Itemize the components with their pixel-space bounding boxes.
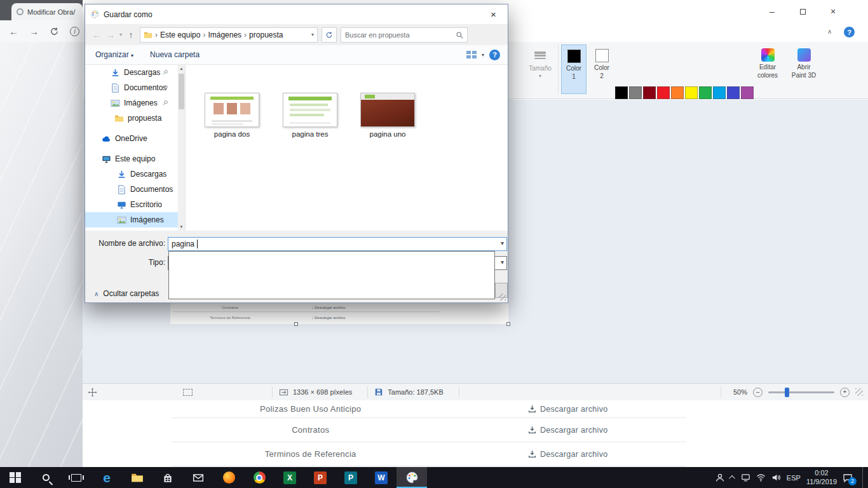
palette-color[interactable] bbox=[699, 86, 712, 99]
palette-color[interactable] bbox=[615, 86, 628, 99]
file-item[interactable]: pagina tres bbox=[281, 93, 339, 138]
type-dropdown-icon[interactable]: ▾ bbox=[501, 259, 504, 266]
sidebar-item-escritorio[interactable]: Escritorio bbox=[85, 197, 178, 212]
scrollbar-thumb[interactable] bbox=[179, 74, 184, 109]
filename-input[interactable]: pagina ▾ bbox=[168, 237, 507, 251]
color2-button[interactable]: Color2 bbox=[589, 44, 614, 94]
zoom-in-button[interactable]: + bbox=[840, 388, 850, 397]
back-icon[interactable]: ← bbox=[92, 30, 102, 40]
volume-icon[interactable] bbox=[771, 473, 781, 482]
taskbar-word[interactable]: W bbox=[366, 467, 397, 488]
taskbar-store[interactable] bbox=[153, 467, 183, 488]
color1-button[interactable]: Color1 bbox=[561, 44, 587, 94]
sidebar-item-imagenes-pc[interactable]: Imágenes bbox=[85, 212, 178, 227]
size-button[interactable]: Tamaño ▾ bbox=[526, 44, 555, 94]
collapse-ribbon-icon[interactable]: ∧ bbox=[827, 28, 832, 35]
download-link[interactable]: Descargar archivo bbox=[449, 426, 686, 435]
dialog-titlebar[interactable]: Guardar como bbox=[85, 4, 508, 24]
open-paint3d-button[interactable]: AbrirPaint 3D bbox=[787, 44, 821, 94]
people-icon[interactable] bbox=[715, 473, 725, 483]
taskbar-mail[interactable] bbox=[183, 467, 214, 488]
window-resize-grip[interactable] bbox=[855, 388, 863, 396]
address-dropdown-icon[interactable]: ▾ bbox=[311, 32, 314, 37]
breadcrumb-item[interactable]: Imágenes bbox=[208, 30, 241, 39]
sidebar-item-descargas-pc[interactable]: Descargas bbox=[85, 166, 178, 182]
close-button[interactable]: × bbox=[822, 4, 844, 19]
browser-forward-icon[interactable]: → bbox=[29, 26, 39, 37]
change-view-icon[interactable] bbox=[466, 51, 477, 58]
file-item[interactable]: pagina dos bbox=[203, 93, 261, 138]
taskbar-powerpoint[interactable]: P bbox=[305, 467, 336, 488]
minimize-button[interactable]: – bbox=[761, 4, 783, 19]
taskbar-edge[interactable]: e bbox=[92, 467, 122, 488]
zoom-slider[interactable] bbox=[768, 391, 834, 393]
file-list[interactable]: pagina dos pagina tres pagina uno bbox=[185, 65, 508, 231]
history-dropdown-icon[interactable]: ▾ bbox=[119, 32, 122, 37]
hide-folders-button[interactable]: ∧ Ocultar carpetas bbox=[94, 289, 159, 298]
palette-color[interactable] bbox=[741, 86, 754, 99]
palette-color[interactable] bbox=[671, 86, 684, 99]
download-link[interactable]: Descargar archivo bbox=[449, 450, 686, 459]
page-info-icon[interactable]: i bbox=[70, 27, 79, 36]
sidebar-item-este-equipo[interactable]: Este equipo bbox=[85, 151, 178, 166]
taskbar-clock[interactable]: 0:02 11/9/2019 bbox=[806, 469, 837, 487]
view-dropdown-icon[interactable]: ▾ bbox=[482, 52, 484, 58]
palette-color[interactable] bbox=[643, 86, 656, 99]
browser-tab[interactable]: Modificar Obra/ bbox=[11, 3, 83, 20]
type-dropdown-list[interactable] bbox=[168, 251, 495, 299]
palette-color[interactable] bbox=[727, 86, 740, 99]
taskbar-excel[interactable]: X bbox=[275, 467, 305, 488]
download-link[interactable]: Descargar archivo bbox=[449, 405, 686, 414]
palette-color[interactable] bbox=[657, 86, 670, 99]
palette-color[interactable] bbox=[629, 86, 642, 99]
help-icon[interactable]: ? bbox=[489, 50, 500, 60]
forward-icon[interactable]: → bbox=[105, 30, 116, 40]
palette-color[interactable] bbox=[685, 86, 698, 99]
up-icon[interactable]: ↑ bbox=[126, 30, 136, 40]
search-input[interactable] bbox=[341, 28, 467, 42]
wifi-icon[interactable] bbox=[756, 473, 766, 482]
scroll-up-icon[interactable]: ▲ bbox=[178, 65, 185, 72]
refresh-button[interactable] bbox=[322, 27, 337, 43]
taskbar-search-button[interactable] bbox=[31, 467, 61, 488]
breadcrumb-item[interactable]: Este equipo bbox=[160, 30, 200, 39]
new-folder-button[interactable]: Nueva carpeta bbox=[150, 50, 200, 59]
hidden-icons-chevron[interactable] bbox=[729, 475, 735, 482]
resize-handle-bottom-center[interactable] bbox=[294, 322, 298, 326]
search-box[interactable] bbox=[341, 27, 468, 43]
dialog-resize-grip[interactable] bbox=[499, 294, 506, 301]
taskbar-paint[interactable] bbox=[397, 467, 427, 488]
dialog-close-button[interactable]: × bbox=[479, 4, 508, 24]
network-icon[interactable] bbox=[741, 473, 750, 482]
sidebar-item-documentos-pc[interactable]: Documentos bbox=[85, 182, 178, 197]
organize-button[interactable]: Organizar ▾ bbox=[95, 50, 133, 59]
zoom-out-button[interactable]: – bbox=[753, 388, 763, 397]
sidebar-item-onedrive[interactable]: OneDrive bbox=[85, 131, 178, 146]
breadcrumb-item[interactable]: propuesta bbox=[249, 30, 283, 39]
file-item[interactable]: pagina uno bbox=[358, 93, 417, 138]
edit-colors-button[interactable]: Editarcolores bbox=[753, 44, 782, 94]
task-view-button[interactable] bbox=[61, 467, 92, 488]
sidebar-scrollbar[interactable]: ▲ ▼ bbox=[178, 65, 185, 231]
taskbar-firefox[interactable] bbox=[214, 467, 244, 488]
paint-help-icon[interactable]: ? bbox=[844, 27, 855, 37]
maximize-button[interactable] bbox=[792, 4, 813, 19]
address-bar[interactable]: › Este equipo › Imágenes › propuesta ▾ bbox=[140, 27, 318, 43]
start-button[interactable] bbox=[0, 467, 31, 488]
language-indicator[interactable]: ESP bbox=[787, 474, 801, 482]
scroll-down-icon[interactable]: ▼ bbox=[178, 223, 185, 231]
zoom-slider-thumb[interactable] bbox=[785, 388, 789, 397]
browser-refresh-icon[interactable] bbox=[50, 27, 59, 36]
sidebar-item-propuesta[interactable]: propuesta bbox=[85, 111, 178, 126]
sidebar-item-descargas[interactable]: Descargas bbox=[85, 65, 178, 80]
taskbar-file-explorer[interactable] bbox=[122, 467, 153, 488]
taskbar-publisher[interactable]: P bbox=[336, 467, 366, 488]
resize-handle-bottom-right[interactable] bbox=[506, 322, 510, 326]
palette-color[interactable] bbox=[713, 86, 726, 99]
sidebar-item-imagenes[interactable]: Imágenes bbox=[85, 95, 178, 111]
action-center-button[interactable]: 2 bbox=[843, 473, 853, 483]
sidebar-item-documentos[interactable]: Documentos bbox=[85, 80, 178, 95]
filename-dropdown-icon[interactable]: ▾ bbox=[501, 240, 504, 247]
browser-back-icon[interactable]: ← bbox=[9, 26, 18, 37]
taskbar-chrome[interactable] bbox=[244, 467, 275, 488]
